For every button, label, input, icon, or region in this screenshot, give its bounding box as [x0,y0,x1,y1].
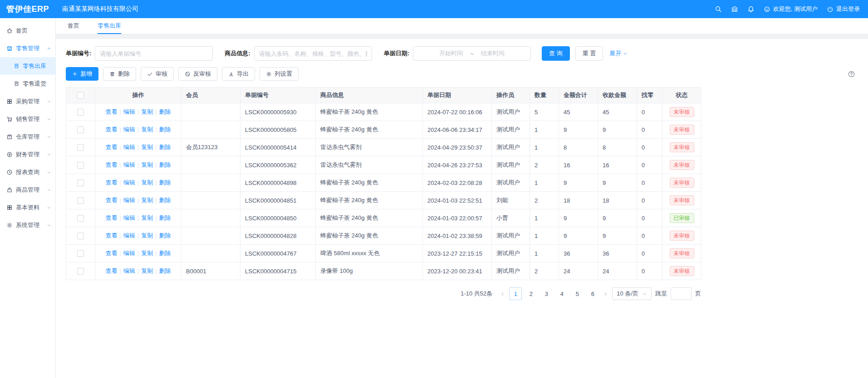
tab-retail-outbound[interactable]: 零售出库 [98,18,121,34]
delete-link[interactable]: 删除 [159,179,171,186]
search-icon[interactable] [715,5,722,13]
reset-button[interactable]: 重 置 [575,46,603,61]
help-icon[interactable] [848,70,855,78]
view-link[interactable]: 查看 [105,267,117,274]
page-button-5[interactable]: 5 [571,287,584,300]
product-info-input[interactable] [254,46,372,61]
sidebar-item-retail-outbound[interactable]: 零售出库 [0,57,55,75]
row-checkbox[interactable] [77,144,84,151]
delete-link[interactable]: 删除 [159,161,171,168]
delete-link[interactable]: 删除 [159,144,171,150]
prev-page-button[interactable] [500,291,505,297]
copy-link[interactable]: 复制 [141,161,153,168]
sidebar-item-product-management[interactable]: 商品管理 [0,181,55,199]
page-button-2[interactable]: 2 [525,287,537,300]
sidebar-item-basic-data[interactable]: 基本资料 [0,199,55,216]
row-checkbox[interactable] [77,109,84,116]
edit-link[interactable]: 编辑 [123,126,135,133]
sidebar-item-home[interactable]: 首页 [0,22,55,39]
copy-link[interactable]: 复制 [141,232,153,239]
copy-link[interactable]: 复制 [141,108,153,115]
row-checkbox[interactable] [77,197,84,204]
grid-icon [6,204,13,211]
view-link[interactable]: 查看 [105,179,117,186]
view-link[interactable]: 查看 [105,161,117,168]
row-checkbox[interactable] [77,250,84,257]
edit-link[interactable]: 编辑 [123,179,135,186]
sidebar-item-retail-management[interactable]: 零售管理 [0,39,55,57]
user-welcome[interactable]: 欢迎您, 测试用户 [764,5,818,13]
page-size-select[interactable]: 10 条/页 [612,287,652,300]
export-button[interactable]: 导出 [222,67,255,81]
sidebar-item-finance-management[interactable]: 财务管理 [0,145,55,163]
view-link[interactable]: 查看 [105,108,117,115]
view-link[interactable]: 查看 [105,250,117,257]
notification-bell-icon[interactable] [747,5,755,13]
col-actions: 操作 [95,87,181,103]
copy-link[interactable]: 复制 [141,197,153,204]
row-checkbox[interactable] [77,162,84,169]
sidebar-item-system-management[interactable]: 系统管理 [0,216,55,234]
copy-link[interactable]: 复制 [141,214,153,221]
date-range-picker[interactable]: 开始时间 ~ 结束时间 [413,46,531,61]
edit-link[interactable]: 编辑 [123,267,135,274]
edit-link[interactable]: 编辑 [123,250,135,257]
row-checkbox[interactable] [77,233,84,239]
tab-home[interactable]: 首页 [68,18,79,34]
delete-link[interactable]: 删除 [159,232,171,239]
view-link[interactable]: 查看 [105,144,117,150]
delete-link[interactable]: 删除 [159,250,171,257]
edit-link[interactable]: 编辑 [123,214,135,221]
edit-link[interactable]: 编辑 [123,144,135,150]
search-button[interactable]: 查 询 [542,46,570,61]
view-link[interactable]: 查看 [105,232,117,239]
add-button[interactable]: 新增 [66,67,98,81]
date-cell: 2024-01-03 22:52:51 [423,192,492,209]
copy-link[interactable]: 复制 [141,126,153,133]
edit-link[interactable]: 编辑 [123,161,135,168]
edit-link[interactable]: 编辑 [123,108,135,115]
column-settings-button[interactable]: 列设置 [260,67,299,81]
page-button-3[interactable]: 3 [540,287,553,300]
amount-cell: 36 [559,245,598,262]
sidebar-item-purchase-management[interactable]: 采购管理 [0,92,55,110]
delete-button[interactable]: 删除 [103,67,136,81]
copy-link[interactable]: 复制 [141,267,153,274]
bill-no-label: 单据编号: [66,49,91,58]
bill-no-input[interactable] [95,46,213,61]
row-checkbox[interactable] [77,179,84,186]
edit-link[interactable]: 编辑 [123,232,135,239]
next-page-button[interactable] [603,291,608,297]
delete-link[interactable]: 删除 [159,197,171,204]
page-button-4[interactable]: 4 [555,287,568,300]
copy-link[interactable]: 复制 [141,179,153,186]
view-link[interactable]: 查看 [105,214,117,221]
delete-link[interactable]: 删除 [159,108,171,115]
sidebar-item-retail-return[interactable]: 零售退货 [0,75,55,92]
page-button-6[interactable]: 6 [586,287,599,300]
page-button-1[interactable]: 1 [509,287,522,300]
audit-button[interactable]: 审核 [141,67,174,81]
sidebar-item-report-query[interactable]: 报表查询 [0,163,55,181]
jump-page-input[interactable] [671,287,691,300]
view-link[interactable]: 查看 [105,197,117,204]
view-link[interactable]: 查看 [105,126,117,133]
qty-cell: 1 [530,227,559,245]
row-checkbox[interactable] [77,215,84,222]
delete-link[interactable]: 删除 [159,267,171,274]
row-checkbox[interactable] [77,126,84,133]
delete-link[interactable]: 删除 [159,126,171,133]
row-checkbox[interactable] [77,268,84,275]
col-amount: 金额合计 [559,87,598,103]
sidebar-item-sales-management[interactable]: 销售管理 [0,110,55,128]
copy-link[interactable]: 复制 [141,250,153,257]
sidebar-item-warehouse-management[interactable]: 仓库管理 [0,128,55,145]
unaudit-button[interactable]: 反审核 [178,67,217,81]
copy-link[interactable]: 复制 [141,144,153,150]
edit-link[interactable]: 编辑 [123,197,135,204]
delete-link[interactable]: 删除 [159,214,171,221]
logout-button[interactable]: 退出登录 [827,5,860,13]
expand-toggle[interactable]: 展开 [609,49,628,58]
select-all-checkbox[interactable] [77,92,84,99]
organization-icon[interactable] [731,5,738,13]
